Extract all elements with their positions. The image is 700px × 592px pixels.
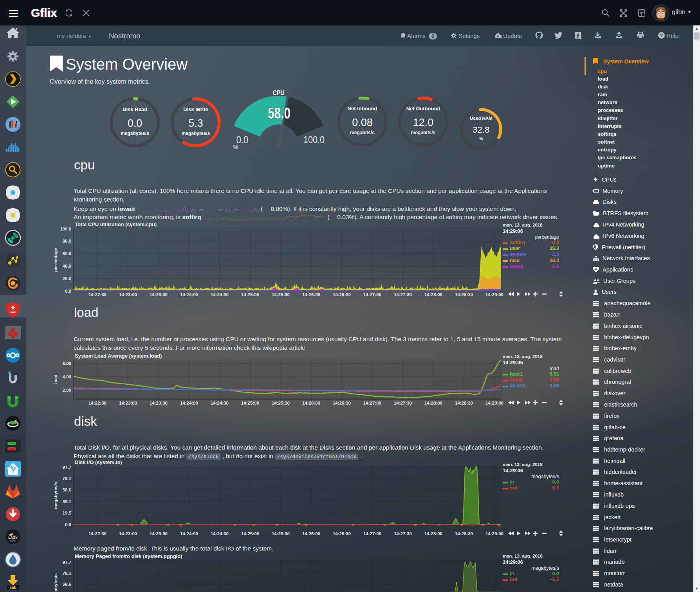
svg-text:Offline: Offline: [9, 448, 15, 450]
svg-text:Online: Online: [9, 442, 15, 444]
svg-text:librarian: librarian: [10, 540, 16, 542]
svg-text:sab: sab: [9, 585, 16, 590]
svg-text:?: ?: [660, 33, 663, 38]
svg-text:LAZY: LAZY: [8, 536, 18, 540]
